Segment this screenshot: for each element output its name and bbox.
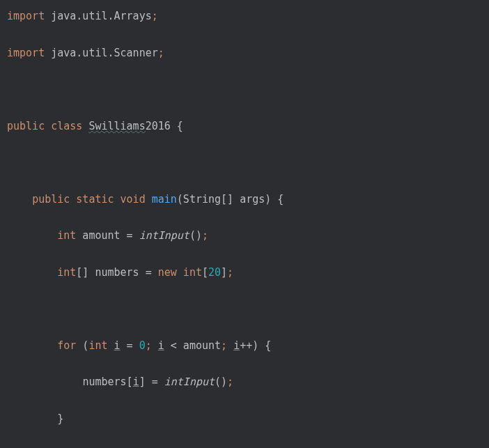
code-editor: import java.util.Arrays; import java.uti… [0, 0, 489, 448]
